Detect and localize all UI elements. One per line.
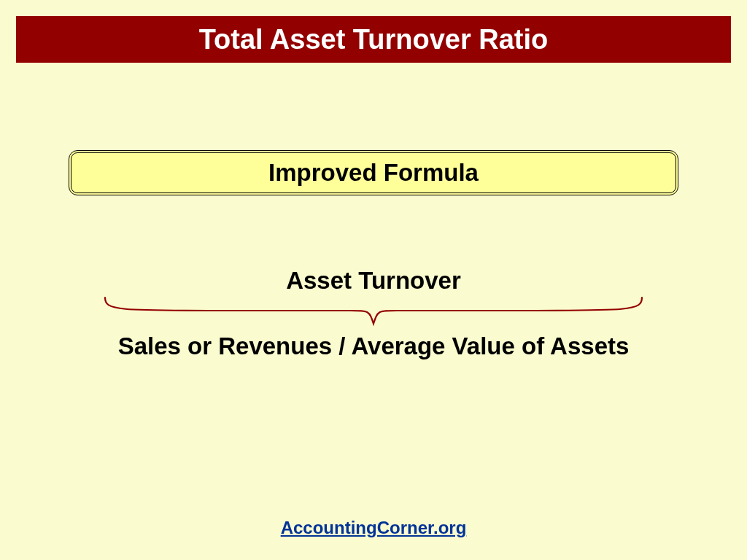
source-link-text: AccountingCorner.org <box>281 518 467 537</box>
page-title-banner: Total Asset Turnover Ratio <box>16 16 731 63</box>
concept-name: Asset Turnover <box>0 267 747 295</box>
concept-formula: Sales or Revenues / Average Value of Ass… <box>88 331 659 361</box>
improved-formula-label: Improved Formula <box>268 159 479 187</box>
page-title-text: Total Asset Turnover Ratio <box>199 24 549 55</box>
brace-icon <box>102 295 645 327</box>
source-link[interactable]: AccountingCorner.org <box>0 518 747 538</box>
improved-formula-box: Improved Formula <box>69 150 678 195</box>
